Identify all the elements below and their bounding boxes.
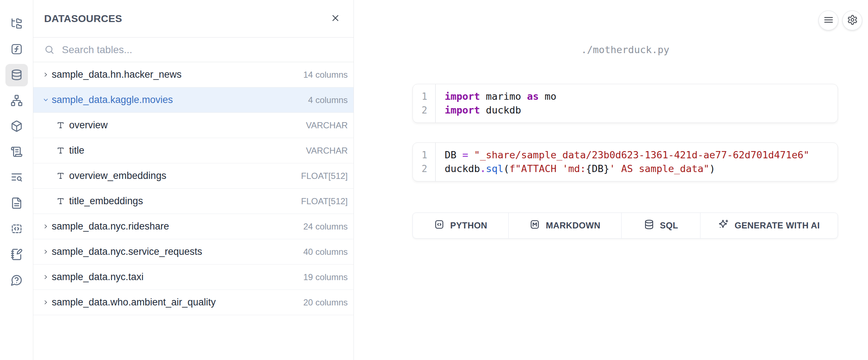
column-name: overview	[69, 120, 108, 131]
python-cell-icon	[434, 219, 445, 232]
rail-button-scratchpad-notebook-pen-icon[interactable]	[5, 244, 28, 266]
chevron-right-icon	[43, 249, 49, 255]
rail-button-packages-box-icon[interactable]	[5, 115, 28, 138]
rail-button-variables-function-icon[interactable]	[5, 38, 28, 61]
notebook-filename: ./motherduck.py	[412, 44, 838, 55]
datasources-panel: DATASOURCES sample_data.hn.hacker_news14…	[33, 0, 354, 360]
token-plain: {DB}	[586, 163, 609, 174]
code-line: DB = "_share/sample_data/23b0d623-1361-4…	[445, 148, 809, 162]
column-count-badge: 19 columns	[303, 272, 348, 282]
column-type-badge: FLOAT[512]	[301, 196, 348, 206]
settings-button[interactable]	[842, 10, 862, 30]
rail-button-datasources-database-icon[interactable]	[5, 64, 28, 86]
documentation-file-icon	[10, 197, 23, 210]
table-row[interactable]: sample_data.who.ambient_air_quality20 co…	[33, 290, 353, 315]
rail-button-documentation-file-icon[interactable]	[5, 192, 28, 215]
column-row[interactable]: title_embeddingsFLOAT[512]	[33, 189, 353, 214]
packages-box-icon	[10, 120, 23, 133]
column-count-badge: 40 columns	[303, 247, 348, 257]
add-cell-button-label: SQL	[660, 220, 678, 231]
search-icon	[44, 44, 55, 55]
table-row[interactable]: sample_data.nyc.taxi19 columns	[33, 265, 353, 290]
token-str: "_share/sample_data/23b0d623-1361-421d-a…	[474, 149, 809, 160]
code-cell[interactable]: 12import marimo as moimport duckdb	[412, 84, 838, 123]
token-plain: DB	[445, 149, 462, 160]
rail-button-file-tree-icon[interactable]	[5, 13, 28, 35]
token-str: ' AS sample_data"	[609, 163, 709, 174]
search-row	[33, 38, 353, 62]
close-panel-button[interactable]	[330, 13, 341, 25]
line-number: 1	[413, 148, 427, 162]
chevron-right-icon	[43, 72, 49, 78]
add-cell-button-label: GENERATE WITH AI	[734, 220, 820, 231]
rail-button-logs-list-search-icon[interactable]	[5, 167, 28, 189]
add-cell-button-generate-with-ai[interactable]: GENERATE WITH AI	[700, 213, 838, 238]
add-cell-button-markdown[interactable]: MARKDOWN	[508, 213, 621, 238]
column-type-icon	[56, 172, 65, 180]
table-row[interactable]: sample_data.kaggle.movies4 columns	[33, 87, 353, 113]
column-name: title	[69, 145, 84, 156]
table-name: sample_data.hn.hacker_news	[52, 69, 182, 80]
chevron-right-icon	[43, 299, 49, 305]
token-plain: )	[710, 163, 715, 174]
column-type-badge: VARCHAR	[306, 120, 348, 130]
panel-title: DATASOURCES	[44, 13, 122, 25]
line-number: 1	[413, 90, 427, 103]
line-number: 2	[413, 103, 427, 117]
column-count-badge: 14 columns	[303, 70, 348, 80]
cells-container: 12import marimo as moimport duckdb12DB =…	[412, 84, 838, 201]
code-line: import marimo as mo	[445, 90, 556, 103]
code-cell[interactable]: 12DB = "_share/sample_data/23b0d623-1361…	[412, 142, 838, 181]
datasource-table-list: sample_data.hn.hacker_news14 columnssamp…	[33, 62, 353, 315]
code-editor[interactable]: import marimo as moimport duckdb	[436, 84, 556, 123]
table-row[interactable]: sample_data.nyc.rideshare24 columns	[33, 214, 353, 239]
table-name: sample_data.nyc.rideshare	[52, 221, 169, 232]
add-cell-button-label: MARKDOWN	[546, 220, 600, 231]
column-type-badge: VARCHAR	[306, 146, 348, 156]
column-name: title_embeddings	[69, 196, 143, 207]
file-tree-icon	[10, 17, 23, 31]
chevron-right-icon	[43, 223, 49, 230]
notebook-main: ./motherduck.py 12import marimo as moimp…	[354, 0, 868, 360]
close-icon	[330, 13, 340, 24]
gear-icon	[847, 14, 858, 26]
table-name: sample_data.who.ambient_air_quality	[52, 297, 216, 308]
table-row[interactable]: sample_data.nyc.service_requests40 colum…	[33, 239, 353, 265]
column-row[interactable]: overviewVARCHAR	[33, 113, 353, 138]
add-cell-button-sql[interactable]: SQL	[621, 213, 700, 238]
column-row[interactable]: overview_embeddingsFLOAT[512]	[33, 163, 353, 189]
snippets-code-icon	[10, 223, 23, 236]
generate-ai-icon	[718, 219, 729, 232]
chevron-right-icon	[43, 274, 49, 280]
token-plain: duckdb	[445, 163, 480, 174]
token-str: f"ATTACH 'md:	[509, 163, 586, 174]
logs-list-search-icon	[10, 171, 23, 185]
line-number-gutter: 12	[413, 143, 436, 181]
table-name: sample_data.kaggle.movies	[52, 94, 173, 106]
table-name: sample_data.nyc.service_requests	[52, 246, 202, 257]
table-row[interactable]: sample_data.hn.hacker_news14 columns	[33, 62, 353, 87]
top-actions	[818, 10, 862, 30]
rail-button-help-question-bubble-icon[interactable]	[5, 269, 28, 292]
add-cell-button-label: PYTHON	[450, 220, 487, 231]
token-prop: sql	[486, 163, 504, 174]
line-number-gutter: 12	[413, 84, 436, 123]
column-count-badge: 4 columns	[308, 95, 348, 105]
token-kw: as	[527, 91, 539, 102]
column-type-icon	[56, 121, 65, 129]
rail-button-outline-scroll-icon[interactable]	[5, 141, 28, 163]
code-line: duckdb.sql(f"ATTACH 'md:{DB}' AS sample_…	[445, 162, 809, 176]
rail-button-snippets-code-icon[interactable]	[5, 218, 28, 240]
search-input[interactable]	[62, 44, 346, 56]
code-editor[interactable]: DB = "_share/sample_data/23b0d623-1361-4…	[436, 143, 809, 181]
variables-function-icon	[10, 43, 23, 56]
notebook-menu-button[interactable]	[818, 10, 838, 30]
rail-button-dependencies-network-icon[interactable]	[5, 90, 28, 112]
token-plain: marimo	[480, 91, 527, 102]
panel-header: DATASOURCES	[33, 0, 353, 38]
table-name: sample_data.nyc.taxi	[52, 271, 144, 283]
add-cell-button-python[interactable]: PYTHON	[413, 213, 508, 238]
chevron-down-icon	[43, 97, 49, 103]
menu-icon	[823, 14, 834, 26]
column-row[interactable]: titleVARCHAR	[33, 138, 353, 163]
